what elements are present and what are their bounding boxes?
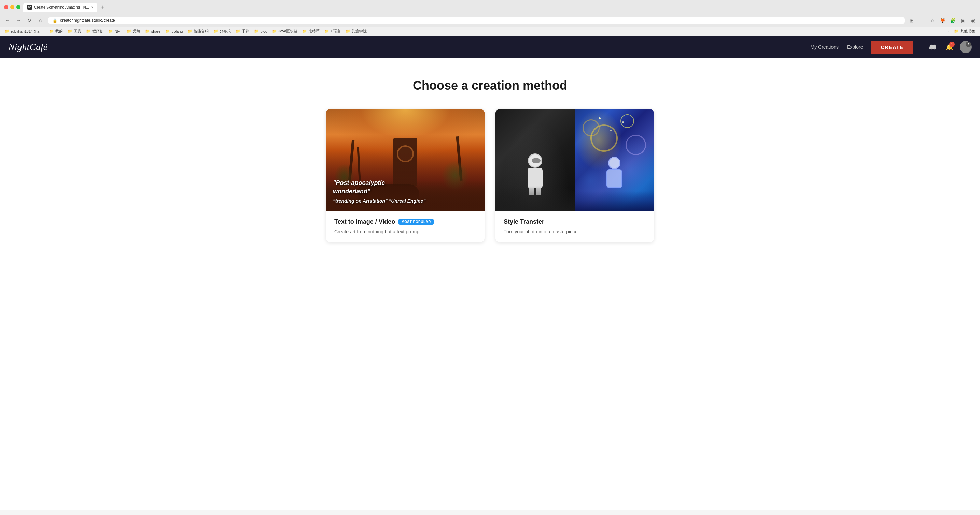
avatar-button[interactable]: 5 (959, 41, 972, 53)
extensions-icon[interactable]: 🦊 (938, 16, 947, 25)
tab-favicon: nc (27, 5, 32, 10)
bookmark-icon[interactable]: ☆ (928, 16, 936, 25)
explore-link[interactable]: Explore (847, 44, 863, 50)
bookmark-label: share (151, 29, 161, 33)
notification-badge: 1 (949, 41, 955, 47)
app-navbar: NightCafé My Creations Explore CREATE 🔔 … (0, 36, 980, 58)
tab-close-button[interactable]: × (91, 5, 93, 9)
bookmark-label: NFT (115, 29, 122, 33)
translate-icon[interactable]: ⊞ (908, 16, 916, 25)
puzzle-icon[interactable]: 🧩 (948, 16, 957, 25)
bookmark-label: 程序咖 (92, 29, 103, 34)
bookmark-label: 智能合约 (194, 29, 208, 34)
bookmark-my[interactable]: 📁 我的 (47, 28, 65, 35)
ssl-lock-icon: 🔒 (52, 18, 57, 23)
card-title-row: Style Transfer (504, 218, 646, 225)
bookmark-bitcoin[interactable]: 📁 比特币 (300, 28, 322, 35)
bookmark-c-lang[interactable]: 📁 C语言 (322, 28, 343, 35)
tti-overlay-text: "Post-apocalyptic wonderland" "trending … (333, 179, 425, 204)
profile-icon[interactable]: ◉ (969, 16, 977, 25)
refresh-button[interactable]: ↻ (25, 16, 34, 25)
bookmark-share[interactable]: 📁 share (143, 28, 163, 34)
maximize-window-button[interactable] (16, 5, 21, 9)
address-bar[interactable]: 🔒 creator.nightcafe.studio/create (48, 17, 905, 24)
bookmark-label: golang (172, 29, 183, 33)
bookmark-label: 元填 (133, 29, 140, 34)
card-title-row: Text to Image / Video MOST POPULAR (334, 218, 476, 225)
astronaut-body (528, 168, 542, 188)
nav-buttons: ← → ↻ ⌂ (3, 16, 45, 25)
bookmark-nft[interactable]: 📁 NFT (106, 28, 124, 34)
bookmark-chengxuka[interactable]: 📁 程序咖 (84, 28, 105, 35)
avatar-count-badge: 5 (966, 41, 971, 47)
style-transfer-card-title: Style Transfer (504, 218, 544, 225)
bookmarks-more[interactable]: » (945, 29, 951, 34)
tab-bar: nc Create Something Amazing - N... × + (23, 3, 976, 12)
astronaut-figure (525, 154, 545, 191)
st-styled-side (575, 109, 654, 211)
create-button[interactable]: CREATE (871, 41, 913, 54)
discord-icon-button[interactable] (927, 41, 939, 53)
bookmark-other[interactable]: 📁 其他书签 (952, 28, 977, 35)
bookmark-blog[interactable]: 📁 blog (252, 28, 269, 34)
sidebar-icon[interactable]: ▣ (959, 16, 967, 25)
traffic-lights (4, 5, 21, 9)
folder-icon: 📁 (108, 29, 113, 33)
app-logo[interactable]: NightCafé (8, 41, 48, 52)
folder-icon: 📁 (325, 29, 329, 33)
astronaut-helmet (528, 154, 542, 168)
cards-grid: "Post-apocalyptic wonderland" "trending … (326, 109, 654, 242)
bookmark-distributed[interactable]: 📁 分布式 (212, 28, 233, 35)
nav-links: My Creations Explore CREATE 🔔 1 5 (811, 41, 972, 54)
bookmarks-bar: 📁 rubyhan1314 (han... 📁 我的 📁 工具 📁 程序咖 📁 … (0, 27, 980, 36)
tti-card-image: "Post-apocalyptic wonderland" "trending … (326, 109, 485, 211)
bookmark-rubyhan[interactable]: 📁 rubyhan1314 (han... (3, 28, 46, 34)
address-text: creator.nightcafe.studio/create (60, 18, 115, 23)
bookmark-label: 其他书签 (960, 29, 975, 34)
folder-icon: 📁 (188, 29, 192, 33)
close-window-button[interactable] (4, 5, 8, 9)
home-button[interactable]: ⌂ (35, 16, 45, 25)
main-content: Choose a creation method (0, 58, 980, 263)
bookmark-label: 千锋 (242, 29, 249, 34)
my-creations-link[interactable]: My Creations (811, 44, 838, 50)
bookmark-kongyi[interactable]: 📁 孔壹学院 (344, 28, 369, 35)
folder-icon: 📁 (165, 29, 170, 33)
folder-icon: 📁 (68, 29, 72, 33)
bookmark-label: rubyhan1314 (han... (11, 29, 45, 33)
back-button[interactable]: ← (3, 16, 12, 25)
overlay-line3: "trending on Artstation" "Unreal Engine" (333, 198, 425, 204)
folder-icon: 📁 (345, 29, 350, 33)
new-tab-button[interactable]: + (99, 3, 107, 11)
tti-card-title: Text to Image / Video (334, 218, 395, 225)
app: NightCafé My Creations Explore CREATE 🔔 … (0, 36, 980, 510)
bookmark-label: 我的 (55, 29, 63, 34)
folder-icon: 📁 (145, 29, 150, 33)
active-tab[interactable]: nc Create Something Amazing - N... × (23, 3, 97, 12)
title-bar: nc Create Something Amazing - N... × + (0, 0, 980, 14)
minimize-window-button[interactable] (10, 5, 14, 9)
folder-icon: 📁 (302, 29, 307, 33)
bookmark-golang[interactable]: 📁 golang (163, 28, 185, 34)
notification-bell-button[interactable]: 🔔 1 (943, 41, 955, 53)
share-icon[interactable]: ↑ (918, 16, 926, 25)
bookmark-yuantian[interactable]: 📁 元填 (125, 28, 142, 35)
bookmark-smart-contract[interactable]: 📁 智能合约 (185, 28, 211, 35)
bookmark-tools[interactable]: 📁 工具 (65, 28, 83, 35)
tti-card-description: Create art from nothing but a text promp… (334, 228, 476, 235)
folder-icon: 📁 (86, 29, 91, 33)
style-transfer-card-image (495, 109, 654, 211)
bookmark-qianfeng[interactable]: 📁 千锋 (234, 28, 251, 35)
nav-icons: 🔔 1 5 (927, 41, 972, 53)
style-transfer-card[interactable]: Style Transfer Turn your photo into a ma… (495, 109, 654, 242)
folder-icon: 📁 (5, 29, 10, 33)
folder-icon: 📁 (213, 29, 218, 33)
tti-card[interactable]: "Post-apocalyptic wonderland" "trending … (326, 109, 485, 242)
style-transfer-card-description: Turn your photo into a masterpiece (504, 228, 646, 235)
bookmark-java-blockchain[interactable]: 📁 Java区块链 (270, 28, 299, 35)
folder-icon: 📁 (127, 29, 132, 33)
bookmark-label: 孔壹学院 (352, 29, 367, 34)
bookmark-label: blog (260, 29, 267, 33)
tti-card-info: Text to Image / Video MOST POPULAR Creat… (326, 211, 485, 242)
forward-button[interactable]: → (14, 16, 23, 25)
